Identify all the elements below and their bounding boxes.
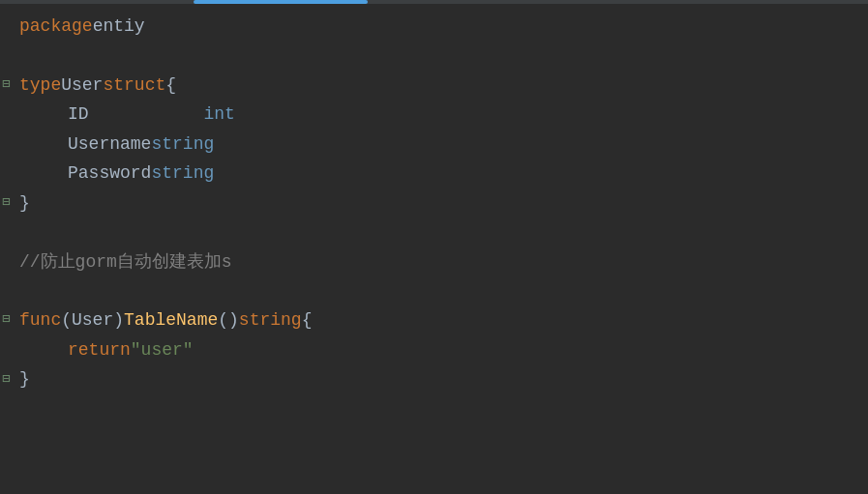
type-string-password: string: [151, 159, 214, 189]
empty-line-2: [0, 218, 868, 247]
keyword-struct: struct: [103, 71, 165, 101]
open-brace-func: {: [302, 305, 313, 335]
package-line: package entiy: [0, 12, 868, 42]
func-receiver: (User): [61, 305, 124, 335]
return-line: return "user": [0, 335, 868, 365]
fold-icon-close-struct[interactable]: ⊟: [2, 191, 10, 215]
empty-line-1: [0, 42, 868, 71]
type-string-username: string: [151, 130, 214, 160]
close-brace-func-line: ⊟ }: [0, 364, 868, 394]
fold-icon-close-func[interactable]: ⊟: [2, 368, 10, 392]
field-id: ID: [68, 100, 203, 130]
type-int: int: [203, 100, 234, 130]
scrollbar-top[interactable]: [0, 0, 868, 4]
keyword-package: package: [19, 12, 93, 42]
password-field-line: Password string: [0, 159, 868, 189]
func-params: (): [218, 305, 239, 335]
field-password: Password: [68, 159, 151, 189]
type-user-struct-line: ⊟ type User struct {: [0, 71, 868, 101]
close-brace-struct: }: [19, 189, 30, 218]
id-field-line: ID int: [0, 100, 868, 130]
code-content: package entiy ⊟ type User struct { ID in…: [0, 0, 868, 394]
keyword-return: return: [68, 335, 131, 365]
func-name-tablename: TableName: [124, 305, 218, 335]
close-brace-func: }: [19, 364, 30, 394]
keyword-func: func: [19, 305, 61, 335]
code-editor: package entiy ⊟ type User struct { ID in…: [0, 0, 868, 494]
scrollbar-thumb[interactable]: [194, 0, 368, 4]
return-type-string: string: [239, 305, 302, 335]
comment-text: //防止gorm自动创建表加s: [19, 247, 232, 277]
open-brace-struct: {: [165, 71, 176, 101]
string-user: "user": [131, 335, 194, 365]
field-username: Username: [68, 130, 151, 160]
keyword-type: type: [19, 71, 61, 101]
package-name: entiy: [93, 12, 145, 42]
func-tablename-line: ⊟ func (User) TableName() string {: [0, 305, 868, 335]
fold-icon-struct[interactable]: ⊟: [2, 73, 10, 97]
close-brace-struct-line: ⊟ }: [0, 189, 868, 218]
empty-line-3: [0, 276, 868, 305]
fold-icon-func[interactable]: ⊟: [2, 309, 10, 333]
username-field-line: Username string: [0, 130, 868, 160]
comment-line: //防止gorm自动创建表加s: [0, 247, 868, 277]
struct-name: User: [61, 71, 103, 101]
